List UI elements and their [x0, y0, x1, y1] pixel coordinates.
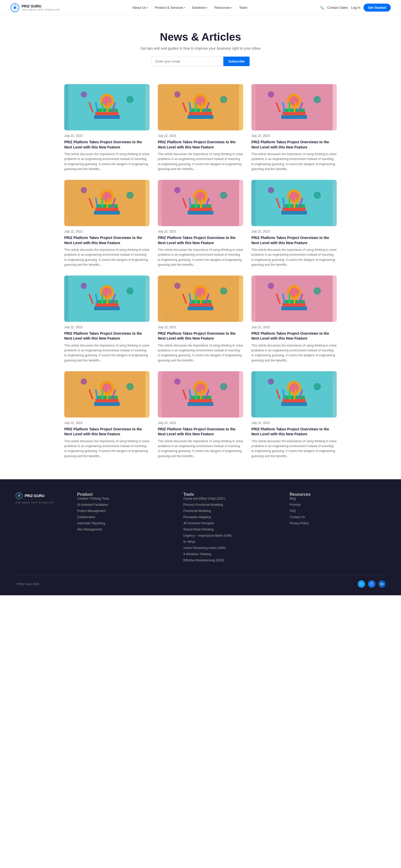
- article-date: July 22, 2023: [252, 134, 337, 137]
- article-card[interactable]: July 22, 2023PRIZ Platform Takes Project…: [252, 84, 337, 172]
- article-card[interactable]: July 22, 2023PRIZ Platform Takes Project…: [158, 84, 243, 172]
- footer-col-tools: ToolsCause and Effect Chain (CEC)Process…: [183, 492, 279, 565]
- svg-rect-40: [289, 102, 290, 113]
- footer-link[interactable]: Idea Management: [77, 528, 173, 531]
- social-links: t f in: [358, 580, 386, 588]
- svg-point-122: [313, 287, 321, 294]
- footer-link[interactable]: Blog: [290, 497, 386, 500]
- article-card[interactable]: July 22, 2023PRIZ Platform Takes Project…: [158, 180, 243, 267]
- article-excerpt: This article discusses the importance of…: [158, 439, 243, 459]
- footer-link[interactable]: Effective Brainstorming (EBS): [183, 559, 279, 562]
- footer-col-heading-2: Resources: [290, 492, 386, 497]
- article-date: July 22, 2023: [252, 230, 337, 233]
- article-title: PRIZ Platform Takes Project Overviews to…: [64, 140, 149, 150]
- twitter-icon[interactable]: t: [358, 580, 365, 588]
- svg-rect-7: [94, 115, 120, 119]
- footer-link[interactable]: Creative Thinking Tools: [77, 497, 173, 500]
- svg-point-102: [196, 288, 205, 297]
- footer-link[interactable]: FAQ: [290, 509, 386, 513]
- article-card[interactable]: July 22, 2023PRIZ Platform Takes Project…: [252, 180, 337, 267]
- footer-link[interactable]: Privacy Policy: [290, 522, 386, 525]
- linkedin-icon[interactable]: in: [378, 580, 386, 588]
- nav-solutions[interactable]: Solutions ▾: [190, 4, 210, 11]
- article-excerpt: This article discusses the importance of…: [252, 343, 337, 363]
- article-card[interactable]: July 22, 2023PRIZ Platform Takes Project…: [64, 84, 149, 172]
- nav-resources[interactable]: Resources ▾: [212, 4, 235, 11]
- svg-point-69: [174, 187, 180, 193]
- contact-sales-link[interactable]: Contact Sales: [327, 6, 348, 9]
- article-title: PRIZ Platform Takes Project Overviews to…: [252, 331, 337, 341]
- article-title: PRIZ Platform Takes Project Overviews to…: [252, 140, 337, 150]
- article-excerpt: This article discusses the importance of…: [158, 343, 243, 363]
- page-title: News & Articles: [5, 31, 396, 43]
- article-title: PRIZ Platform Takes Project Overviews to…: [252, 236, 337, 245]
- svg-point-31: [220, 96, 227, 103]
- article-card[interactable]: July 22, 2023PRIZ Platform Takes Project…: [158, 276, 243, 363]
- article-date: July 22, 2023: [158, 326, 243, 329]
- article-card[interactable]: July 22, 2023PRIZ Platform Takes Project…: [64, 276, 149, 363]
- footer-logo[interactable]: PRIZ GURU: [15, 492, 67, 499]
- article-card[interactable]: July 22, 2023PRIZ Platform Takes Project…: [64, 180, 149, 267]
- svg-point-160: [268, 378, 274, 384]
- svg-point-82: [268, 187, 274, 193]
- article-excerpt: This article discusses the importance of…: [252, 247, 337, 267]
- article-card[interactable]: July 22, 2023PRIZ Platform Takes Project…: [64, 371, 149, 459]
- footer-link[interactable]: 40 Inventive Principles: [183, 522, 279, 525]
- footer-logo-text: PRIZ GURU: [25, 494, 44, 498]
- footer-link[interactable]: Perception Mapping: [183, 515, 279, 519]
- svg-point-141: [196, 383, 205, 393]
- svg-rect-33: [281, 115, 307, 119]
- footer-link[interactable]: Automatic Reporting: [77, 522, 173, 525]
- email-input[interactable]: [152, 57, 223, 66]
- footer-link[interactable]: Collaboration: [77, 515, 173, 519]
- nav-products[interactable]: Product & Services ▾: [152, 4, 188, 11]
- footer-link[interactable]: Project Management: [77, 509, 173, 513]
- hero-section: News & Articles Get tips and and guides …: [0, 16, 401, 74]
- article-date: July 22, 2023: [252, 421, 337, 425]
- article-excerpt: This article discusses the importance of…: [158, 152, 243, 172]
- subscribe-button[interactable]: Subscribe: [223, 57, 250, 66]
- chevron-down-icon: ▾: [147, 6, 148, 9]
- footer-link[interactable]: Urgency – Importance Matrix (UIM): [183, 534, 279, 537]
- svg-rect-124: [94, 402, 120, 406]
- article-excerpt: This article discusses the importance of…: [158, 247, 243, 267]
- svg-point-135: [127, 383, 134, 390]
- footer-link[interactable]: Cause and Effect Chain (CEC): [183, 497, 279, 500]
- footer-link[interactable]: Round-Robin Ranking: [183, 528, 279, 531]
- svg-point-166: [20, 494, 21, 495]
- footer-link[interactable]: Functional Modeling: [183, 509, 279, 513]
- article-card[interactable]: July 22, 2023PRIZ Platform Takes Project…: [252, 371, 337, 459]
- footer-link[interactable]: Process Functional Modeling: [183, 503, 279, 506]
- footer-link[interactable]: 5+ Whys: [183, 540, 279, 544]
- svg-point-165: [19, 493, 19, 494]
- svg-rect-118: [289, 293, 290, 304]
- article-date: July 22, 2023: [158, 230, 243, 233]
- footer-link[interactable]: PrizHub: [290, 503, 386, 506]
- login-link[interactable]: Log In: [351, 6, 360, 9]
- footer-link[interactable]: Contact Us: [290, 515, 386, 519]
- svg-point-11: [102, 96, 111, 105]
- nav-team[interactable]: Team: [236, 4, 250, 11]
- footer-brand: PRIZ GURU THE IDEAS THAT STIMULATE: [15, 492, 67, 565]
- footer-link[interactable]: AI-Assisted Facilitation: [77, 503, 173, 506]
- footer-link[interactable]: 9 Windows Thinking: [183, 552, 279, 556]
- svg-rect-98: [188, 306, 213, 310]
- chevron-down-icon: ▾: [231, 6, 232, 9]
- footer-top: PRIZ GURU THE IDEAS THAT STIMULATE Produ…: [15, 492, 386, 565]
- article-title: PRIZ Platform Takes Project Overviews to…: [64, 236, 149, 245]
- logo[interactable]: PRIZ GURU THE IDEAS THAT STIMULATE: [10, 3, 60, 12]
- article-card[interactable]: July 22, 2023PRIZ Platform Takes Project…: [252, 276, 337, 363]
- svg-point-43: [268, 91, 274, 97]
- svg-point-95: [81, 283, 87, 289]
- facebook-icon[interactable]: f: [368, 580, 375, 588]
- article-title: PRIZ Platform Takes Project Overviews to…: [252, 427, 337, 437]
- svg-point-50: [102, 192, 111, 201]
- article-card[interactable]: July 22, 2023PRIZ Platform Takes Project…: [158, 371, 243, 459]
- article-title: PRIZ Platform Takes Project Overviews to…: [64, 331, 149, 341]
- get-started-button[interactable]: Get Started: [364, 4, 391, 11]
- svg-point-96: [127, 287, 134, 294]
- article-excerpt: This article discusses the importance of…: [64, 439, 149, 459]
- nav-about[interactable]: About Us ▾: [130, 4, 151, 11]
- footer-link[interactable]: Action Preventing Action (APA): [183, 546, 279, 550]
- search-icon[interactable]: 🔍: [320, 6, 324, 10]
